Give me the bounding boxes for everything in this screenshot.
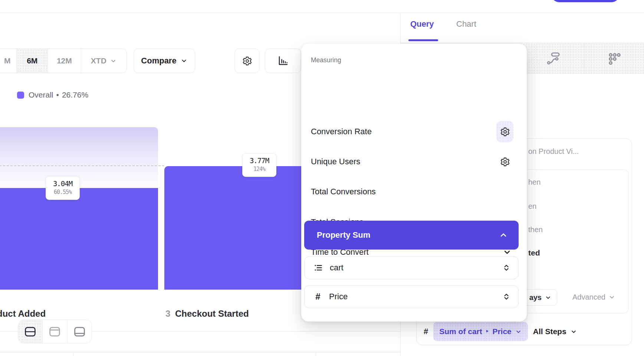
gear-icon	[500, 127, 510, 137]
advanced-label: Advanced	[572, 293, 605, 301]
gear-icon	[242, 56, 252, 66]
layout-top-button[interactable]	[42, 320, 67, 343]
reference-dashed-line	[0, 165, 164, 166]
step-fragment-active: ted	[528, 248, 540, 257]
legend-value: 26.76%	[62, 90, 88, 99]
up-down-icon	[502, 292, 511, 301]
conversion-rate-settings-button[interactable]	[496, 121, 513, 142]
property-event-select[interactable]: cart	[304, 256, 519, 279]
legend-separator: •	[56, 90, 59, 99]
metrics-toolbar-button[interactable]	[608, 52, 622, 66]
primary-action-button[interactable]	[551, 0, 620, 2]
up-down-icon	[502, 263, 511, 272]
all-steps-label: All Steps	[533, 327, 566, 336]
all-steps-dropdown[interactable]: All Steps	[533, 327, 577, 336]
property-name-value: Price	[329, 292, 495, 301]
time-range-12m[interactable]: 12M	[47, 49, 81, 73]
step-2-number: 3	[165, 309, 170, 319]
step-fragment: then	[528, 225, 543, 234]
hash-icon: #	[313, 291, 322, 302]
pill-event: Sum of cart	[439, 327, 482, 336]
chevron-down-icon	[180, 57, 188, 65]
bar-2-conversion: 124%	[243, 166, 276, 172]
time-range-segmented-control: M 6M 12M XTD	[0, 49, 127, 73]
list-icon	[313, 263, 323, 273]
unique-users-settings-button[interactable]	[496, 151, 513, 172]
funnel-chart-icon	[277, 55, 289, 67]
tab-query[interactable]: Query	[410, 19, 434, 29]
measurement-row: # Sum of cart ‣ Price All Steps	[424, 322, 577, 341]
flows-toolbar-button[interactable]	[546, 51, 561, 66]
days-fragment: ays	[529, 293, 542, 302]
time-range-xtd[interactable]: XTD	[81, 49, 126, 73]
funnel-bar-1-converted[interactable]	[0, 188, 158, 290]
advanced-button[interactable]: Advanced	[572, 293, 615, 301]
compare-button[interactable]: Compare	[134, 49, 195, 73]
step-2-label: Checkout Started	[175, 309, 249, 319]
tab-chart[interactable]: Chart	[456, 19, 476, 29]
menu-item-property-sum[interactable]: Property Sum	[304, 221, 519, 250]
bar-2-value-label: 3.77M 124%	[242, 153, 276, 177]
card-header-fragment: on Product Vi...	[528, 147, 579, 156]
step-fragment: hen	[528, 178, 540, 187]
sum-of-property-pill[interactable]: Sum of cart ‣ Price	[433, 322, 528, 341]
chart-settings-button[interactable]	[234, 49, 260, 73]
property-name-select[interactable]: # Price	[304, 285, 519, 308]
gear-icon	[500, 157, 510, 167]
measuring-title: Measuring	[311, 56, 341, 64]
table-header-divider	[0, 352, 400, 352]
chevron-down-icon	[545, 294, 552, 301]
layout-toggle-group	[18, 320, 92, 343]
time-range-xtd-label: XTD	[91, 56, 106, 65]
menu-item-conversion-rate[interactable]: Conversion Rate	[301, 120, 527, 144]
time-range-6m[interactable]: 6M	[16, 49, 47, 73]
bar-1-value: 3.04M	[46, 179, 79, 188]
bar-2-value: 3.77M	[243, 156, 276, 165]
table-column-divider	[316, 352, 316, 356]
chevron-down-icon	[110, 57, 117, 65]
pill-arrow-icon: ‣	[486, 328, 489, 335]
legend-label: Overall	[29, 90, 53, 99]
chart-type-button[interactable]	[265, 49, 301, 73]
flows-squiggle-icon	[546, 51, 561, 66]
measuring-dropdown: Measuring Conversion Rate Unique Users T…	[301, 44, 527, 322]
layout-split-icon	[24, 326, 36, 337]
grid-dots-icon	[608, 52, 622, 66]
funnel-report-app: 3.04M 60.55% 3.77M 124% Overall • 26.76%…	[0, 0, 644, 356]
chevron-down-icon	[515, 328, 522, 335]
menu-item-total-conversions[interactable]: Total Conversions	[301, 180, 527, 204]
app-header	[0, 0, 644, 13]
step-fragment: en	[528, 202, 536, 211]
chevron-down-icon	[608, 294, 615, 301]
toolbar-cell-divider	[584, 43, 585, 74]
legend-swatch	[17, 92, 24, 99]
time-range-3m[interactable]: M	[0, 49, 16, 73]
layout-bottom-icon	[73, 326, 86, 337]
bar-1-conversion: 60.55%	[46, 189, 79, 195]
bar-1-value-label: 3.04M 60.55%	[46, 176, 80, 200]
tab-query-underline	[408, 39, 438, 41]
property-event-value: cart	[330, 263, 495, 273]
legend: Overall • 26.76%	[17, 90, 88, 99]
pill-property: Price	[492, 327, 511, 336]
legend-text: Overall • 26.76%	[29, 90, 88, 99]
table-column-divider	[73, 352, 73, 356]
menu-item-unique-users[interactable]: Unique Users	[301, 150, 527, 174]
layout-bottom-button[interactable]	[67, 320, 92, 343]
layout-split-button[interactable]	[18, 320, 42, 343]
hash-icon: #	[424, 327, 428, 336]
compare-label: Compare	[141, 56, 176, 66]
chevron-up-icon	[499, 230, 508, 240]
chevron-down-icon	[570, 328, 577, 335]
step-1-label: duct Added	[0, 309, 46, 319]
layout-top-icon	[49, 326, 61, 337]
